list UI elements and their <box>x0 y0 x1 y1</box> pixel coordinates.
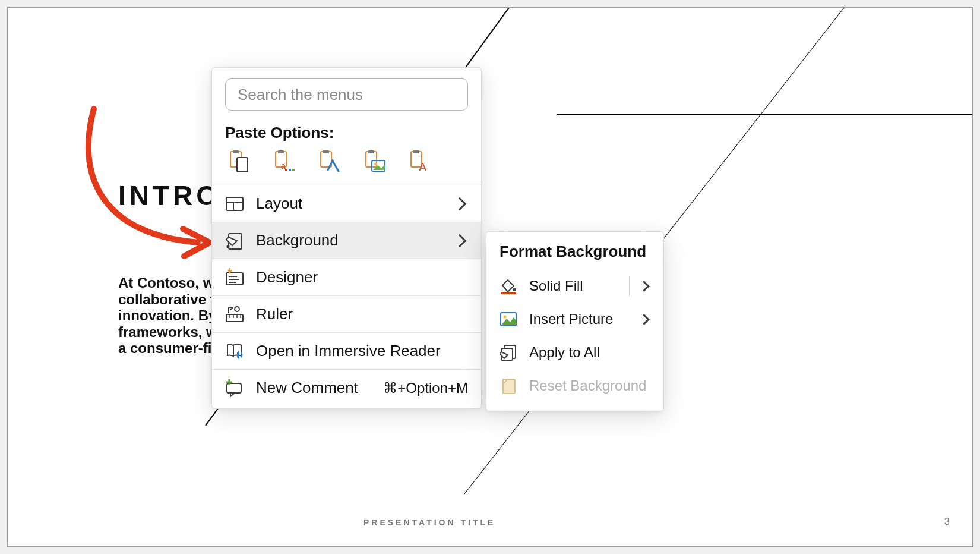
submenu-item-label: Apply to All <box>529 344 650 361</box>
slide-page-number: 3 <box>944 517 950 527</box>
submenu-item-apply-to-all[interactable]: Apply to All <box>486 336 663 369</box>
chevron-right-icon <box>638 281 649 291</box>
paste-keep-source-icon[interactable] <box>225 149 252 174</box>
reset-background-icon <box>500 377 517 395</box>
chevron-right-icon <box>453 234 467 247</box>
menu-item-layout[interactable]: Layout <box>212 185 481 222</box>
menu-item-background[interactable]: Background <box>212 222 481 259</box>
svg-text:a: a <box>281 161 286 171</box>
apply-to-all-icon <box>500 344 517 361</box>
menu-item-shortcut: ⌘+Option+M <box>383 380 468 396</box>
submenu-item-label: Reset Background <box>529 377 650 394</box>
chevron-right-icon <box>638 314 649 325</box>
svg-rect-10 <box>323 150 329 153</box>
svg-rect-12 <box>368 150 374 153</box>
svg-point-39 <box>504 316 507 319</box>
paste-use-destination-theme-icon[interactable]: a <box>270 149 298 174</box>
svg-text:A: A <box>419 160 427 174</box>
svg-point-22 <box>227 245 230 248</box>
menu-item-label: Layout <box>256 194 455 213</box>
menu-item-immersive-reader[interactable]: Open in Immersive Reader <box>212 332 481 369</box>
menu-item-label: New Comment <box>256 379 376 397</box>
decorative-horizontal-line <box>557 114 972 115</box>
picture-icon <box>500 310 517 328</box>
svg-rect-8 <box>292 169 295 171</box>
svg-rect-18 <box>226 197 243 210</box>
svg-point-32 <box>235 307 239 311</box>
slide-canvas[interactable]: INTRODU At Contoso, we e collaborative t… <box>7 7 973 547</box>
layout-icon <box>225 194 244 213</box>
svg-point-14 <box>374 163 377 165</box>
menu-item-label: Background <box>256 231 455 250</box>
svg-rect-4 <box>278 150 284 153</box>
svg-point-36 <box>513 288 516 291</box>
svg-rect-37 <box>501 292 516 294</box>
submenu-item-label: Insert Picture <box>529 311 640 328</box>
paste-as-picture-keep-formatting-icon[interactable] <box>315 149 343 174</box>
chevron-right-icon <box>453 197 467 210</box>
slide-footer-title: PRESENTATION TITLE <box>363 518 495 527</box>
submenu-title: Format Background <box>486 241 663 269</box>
ruler-icon <box>225 305 244 324</box>
menu-item-ruler[interactable]: Ruler <box>212 295 481 332</box>
menu-item-label: Open in Immersive Reader <box>256 342 468 360</box>
format-background-icon <box>225 231 244 250</box>
context-menu: Paste Options: a A <box>211 67 482 409</box>
menu-item-designer[interactable]: Designer <box>212 259 481 295</box>
menu-item-label: Designer <box>256 268 468 287</box>
svg-rect-2 <box>237 158 248 172</box>
menu-item-label: Ruler <box>256 305 468 323</box>
paste-options-row: a A <box>212 149 481 185</box>
designer-icon <box>225 268 244 287</box>
new-comment-icon <box>225 379 244 398</box>
menu-item-new-comment[interactable]: New Comment ⌘+Option+M <box>212 369 481 406</box>
submenu-item-insert-picture[interactable]: Insert Picture <box>486 303 663 336</box>
submenu-item-solid-fill[interactable]: Solid Fill <box>486 269 663 303</box>
svg-rect-1 <box>233 150 239 153</box>
paint-bucket-icon <box>500 277 517 295</box>
background-submenu: Format Background Solid Fill Insert Pict… <box>486 231 664 411</box>
submenu-item-label: Solid Fill <box>529 278 623 294</box>
submenu-item-reset-background: Reset Background <box>486 369 663 402</box>
divider <box>629 276 630 296</box>
svg-rect-6 <box>285 169 287 171</box>
svg-rect-16 <box>413 150 419 153</box>
immersive-reader-icon <box>225 342 244 361</box>
svg-rect-7 <box>289 169 291 171</box>
paste-picture-icon[interactable] <box>361 149 388 174</box>
paste-text-only-icon[interactable]: A <box>406 149 433 174</box>
menu-search-input[interactable] <box>225 78 468 111</box>
paste-options-label: Paste Options: <box>225 124 481 142</box>
